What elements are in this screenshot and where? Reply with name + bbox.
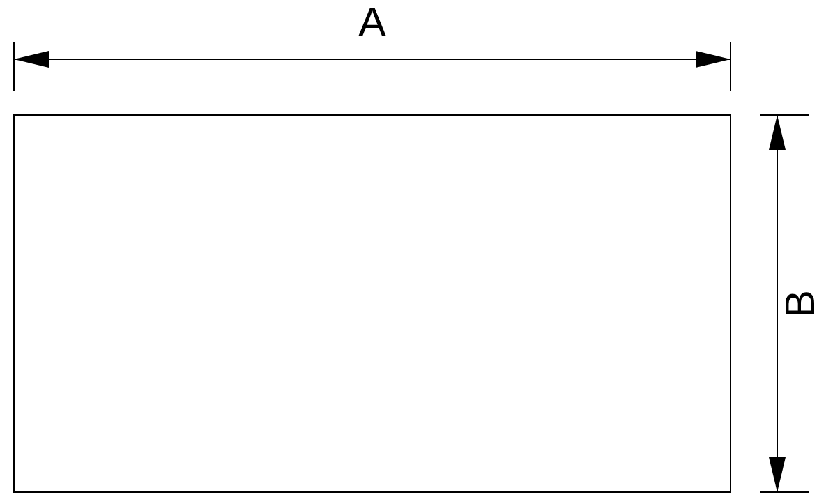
arrow-a-left (14, 51, 49, 68)
dim-label-a: A (358, 0, 386, 45)
dimension-b: B (760, 115, 823, 492)
arrow-b-top (769, 115, 786, 150)
dim-label-b: B (777, 290, 823, 318)
technical-drawing: A B (0, 0, 833, 504)
main-rectangle (14, 115, 731, 492)
arrow-a-right (696, 51, 731, 68)
dimension-a: A (14, 0, 731, 91)
arrow-b-bot (769, 457, 786, 492)
